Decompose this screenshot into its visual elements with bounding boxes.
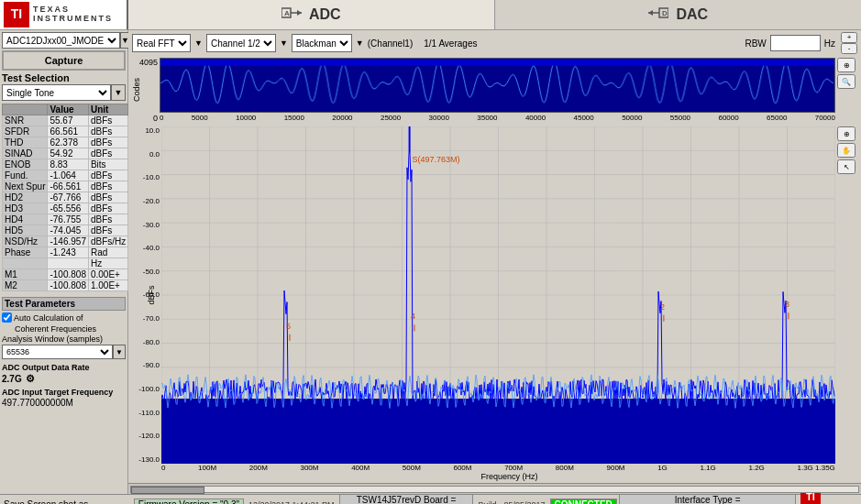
metrics-row: Phase-1.243Rad [3, 247, 128, 258]
analysis-window-label: Analysis Window (samples) [2, 334, 126, 344]
channel-select[interactable]: Channel 1/2 [206, 34, 276, 52]
ti-instruments-text: INSTRUMENTS [33, 15, 113, 24]
metrics-cell-unit: 1.00E+ [88, 280, 127, 291]
metrics-cell-value: -1.064 [48, 170, 88, 181]
metrics-cell-value: -76.755 [48, 214, 88, 225]
rbw-input[interactable]: 41198.7 [770, 35, 821, 51]
metrics-row: M1-100.8080.00E+ [3, 269, 128, 280]
chart-controls: Real FFT ▼ Channel 1/2 ▼ Blackman ▼ (Cha… [128, 30, 861, 56]
dac-tab-label: DAC [676, 6, 708, 23]
metrics-cell-unit: Hz [88, 258, 127, 269]
test-params-title: Test Parameters [2, 297, 126, 311]
coherent-label: Coherent Frequencies [15, 324, 126, 334]
waveform-zoom-reset[interactable]: ⊕ [837, 58, 855, 72]
svg-marker-9 [648, 10, 653, 16]
horizontal-scrollbar[interactable] [128, 483, 861, 494]
metrics-cell-value: -65.556 [48, 203, 88, 214]
metrics-cell-name: HD4 [3, 214, 48, 225]
dac-tab[interactable]: D DAC [495, 0, 862, 29]
waveform-y-max: 4095 [132, 58, 158, 67]
metrics-cell-unit: dBFs [88, 181, 127, 192]
metrics-cell-name: Phase [3, 247, 48, 258]
metrics-cell-value: -67.766 [48, 192, 88, 203]
zoom-out-button[interactable]: - [841, 43, 857, 54]
metrics-row: HD3-65.556dBFs [3, 203, 128, 214]
metrics-row: THD62.378dBFs [3, 137, 128, 148]
metrics-cell-name: HD2 [3, 192, 48, 203]
waveform-y-min: 0 [132, 114, 158, 123]
metrics-cell-unit: dBFs [88, 148, 127, 159]
scrollbar-track[interactable] [130, 486, 859, 493]
metrics-cell-name: NSD/Hz [3, 236, 48, 247]
hz-label: Hz [824, 38, 835, 49]
datetime-label: 12/20/2017 1:44:21 PM [245, 500, 338, 505]
waveform-zoom-out[interactable]: 🔍 [837, 74, 855, 89]
fft-cursor-tool[interactable]: ↖ [837, 159, 855, 174]
waveform-y-label: Codes [132, 78, 158, 102]
mode-select[interactable]: ADC12DJxx00_JMODE [2, 32, 120, 49]
metrics-cell-unit: dBFs [88, 170, 127, 181]
freq-axis-label: Frequency (Hz) [161, 472, 857, 481]
test-selection-arrow[interactable]: ▼ [111, 84, 126, 101]
metrics-cell-unit: Bits [88, 159, 127, 170]
adc-tab[interactable]: A ADC [128, 0, 495, 29]
metrics-cell-value: -66.561 [48, 181, 88, 192]
metrics-col-value: Value [48, 104, 88, 115]
ti-logo-text: TEXAS INSTRUMENTS [33, 5, 113, 24]
metrics-row: SNR55.67dBFs [3, 115, 128, 126]
svg-text:A: A [284, 9, 290, 17]
fft-panel: 10.0 0.0 -10.0 -20.0 -30.0 -40.0 -50.0 -… [128, 125, 861, 483]
metrics-row: Next Spur-66.561dBFs [3, 181, 128, 192]
metrics-cell-unit: dBFs [88, 192, 127, 203]
connected-status: CONNECTED [550, 499, 617, 504]
fft-type-select[interactable]: Real FFT [132, 34, 191, 52]
test-selection-dropdown[interactable]: Single Tone [2, 84, 111, 101]
metrics-row: Fund.-1.064dBFs [3, 170, 128, 181]
metrics-cell-name: SNR [3, 115, 48, 126]
waveform-panel: 4095 Codes 0 0 5000 10000 15000 20000 25… [128, 56, 861, 125]
metrics-cell-value: -100.808 [48, 280, 88, 291]
adc-output-rate-label: ADC Output Data Rate [2, 363, 126, 372]
fft-zoom-reset[interactable]: ⊕ [837, 126, 855, 141]
metrics-row: HD2-67.766dBFs [3, 192, 128, 203]
metrics-cell-name: Next Spur [3, 181, 48, 192]
adc-input-freq-label: ADC Input Target Frequency [2, 388, 126, 397]
window-arrow-icon[interactable]: ▼ [356, 38, 364, 48]
adc-output-rate-value: 2.7G ⚙ [2, 373, 126, 385]
metrics-cell-name: M2 [3, 280, 48, 291]
channel-arrow-icon[interactable]: ▼ [280, 38, 288, 48]
metrics-row: HD4-76.755dBFs [3, 214, 128, 225]
auto-calc-checkbox[interactable] [2, 312, 12, 323]
fft-canvas [161, 126, 835, 464]
svg-marker-5 [297, 10, 302, 16]
test-selection-row: Single Tone ▼ [2, 84, 126, 101]
metrics-row: ENOB8.83Bits [3, 159, 128, 170]
capture-button[interactable]: Capture [2, 50, 126, 71]
metrics-cell-unit: dBFs/Hz [88, 236, 127, 247]
metrics-cell-name: SFDR [3, 126, 48, 137]
analysis-window-row: 65536 ▼ [2, 345, 126, 359]
metrics-cell-unit: dBFs [88, 214, 127, 225]
window-select[interactable]: Blackman [292, 34, 352, 52]
analysis-window-arrow[interactable]: ▼ [113, 345, 126, 359]
metrics-col-unit: Unit [88, 104, 127, 115]
metrics-table: Value Unit SNR55.67dBFsSFDR66.561dBFsTHD… [2, 104, 128, 291]
metrics-cell-name [3, 258, 48, 269]
fft-arrow-icon[interactable]: ▼ [194, 38, 203, 48]
zoom-in-button[interactable]: + [841, 32, 857, 43]
firmware-status: Firmware Version = "0.3" [134, 499, 244, 504]
metrics-cell-name: HD3 [3, 203, 48, 214]
analysis-window-select[interactable]: 65536 [2, 345, 113, 359]
metrics-row: HD5-74.045dBFs [3, 225, 128, 236]
build-label: Build - 05/05/2017 [474, 500, 548, 505]
metrics-cell-unit: dBFs [88, 225, 127, 236]
svg-text:TI: TI [11, 6, 22, 21]
scrollbar-thumb[interactable] [131, 487, 204, 494]
fft-y-label: dBFs [147, 285, 156, 304]
test-selection-label: Test Selection [2, 72, 126, 83]
gear-icon[interactable]: ⚙ [26, 373, 35, 385]
metrics-col-name [3, 104, 48, 115]
metrics-cell-value: -1.243 [48, 247, 88, 258]
fft-hand-tool[interactable]: ✋ [837, 143, 855, 158]
metrics-cell-unit: dBFs [88, 203, 127, 214]
